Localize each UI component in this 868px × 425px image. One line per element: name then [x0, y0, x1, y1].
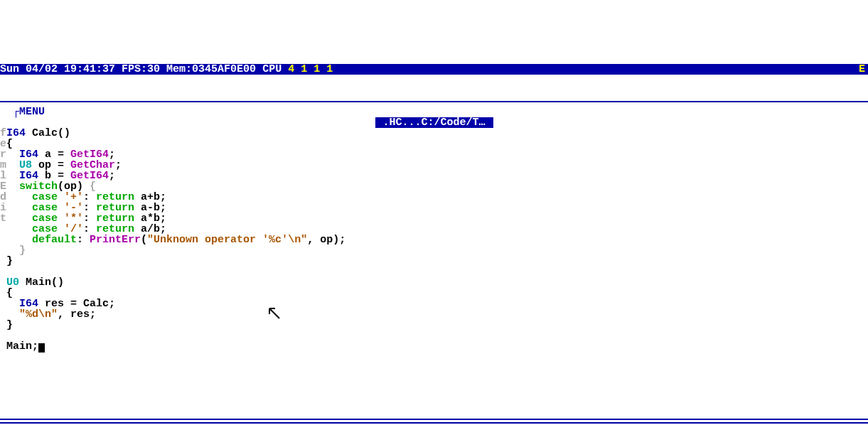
editor-pane[interactable]: fI64 Calc()e{r I64 a = GetI64;m U8 op = …: [0, 128, 868, 352]
code-line: }: [0, 320, 868, 330]
editor-menu[interactable]: ┌MENU: [13, 106, 45, 118]
code-token: Main(): [26, 276, 64, 289]
code-token: }: [6, 319, 13, 331]
code-token: , res;: [58, 308, 96, 321]
text-cursor: [38, 343, 45, 353]
code-token: }: [19, 244, 26, 257]
status-bar: Sun 04/02 19:41:37 FPS:30 Mem:0345AF0E00…: [0, 64, 868, 75]
status-cpu-label: CPU: [262, 63, 282, 75]
code-token: }: [6, 255, 13, 267]
code-token: "Unknown operator '%c'\n": [147, 234, 307, 246]
code-line: E switch(op) {: [0, 181, 868, 192]
code-line: {: [0, 288, 868, 298]
code-token: Main;: [6, 340, 38, 353]
editor-title: .HC...C:/Code/T…: [375, 117, 493, 128]
status-right: E: [859, 64, 868, 75]
code-line: r I64 a = GetI64;: [0, 149, 868, 160]
code-token: default: [32, 234, 77, 246]
code-line: U0 Main(): [0, 277, 868, 288]
status-mem: Mem:0345AF0E00: [166, 63, 256, 75]
svg-line-0: [269, 308, 279, 318]
code-line: [0, 267, 868, 277]
code-line: d case '+': return a+b;: [0, 192, 868, 203]
code-line: Main;: [0, 341, 868, 352]
terminal-titlebar: ┌MENU C:/Code/Test.HC—7FDB5628: [0, 416, 868, 425]
code-line: [0, 330, 868, 341]
editor-titlebar: ┌MENU .HC...C:/Code/T…: [0, 96, 868, 107]
status-cpu-values: 4 1 1 1: [288, 63, 333, 75]
code-line: }: [0, 245, 868, 256]
code-token: ;: [109, 170, 115, 182]
code-token: Calc(): [32, 127, 70, 139]
code-line: "%d\n", res;: [0, 309, 868, 320]
code-line: }: [0, 256, 868, 267]
code-line: m U8 op = GetChar;: [0, 160, 868, 171]
code-line: fI64 Calc(): [0, 128, 868, 139]
code-line: I64 res = Calc;: [0, 298, 868, 309]
code-line: default: PrintErr("Unknown operator '%c'…: [0, 235, 868, 245]
code-line: t case '*': return a*b;: [0, 213, 868, 224]
code-token: (: [141, 234, 147, 246]
code-line: case '/': return a/b;: [0, 224, 868, 235]
code-line: e{: [0, 139, 868, 149]
gutter-char: [0, 340, 6, 353]
status-fps: FPS:30: [122, 63, 160, 75]
code-token: PrintErr: [90, 234, 141, 246]
code-line: l I64 b = GetI64;: [0, 171, 868, 181]
status-datetime: Sun 04/02 19:41:37: [0, 63, 115, 75]
code-token: "%d\n": [19, 308, 58, 321]
mouse-cursor-icon: [268, 307, 282, 321]
code-token: ;: [115, 159, 122, 171]
code-token: :: [77, 234, 90, 246]
code-token: , op);: [307, 234, 345, 246]
code-line: i case '-': return a-b;: [0, 203, 868, 213]
